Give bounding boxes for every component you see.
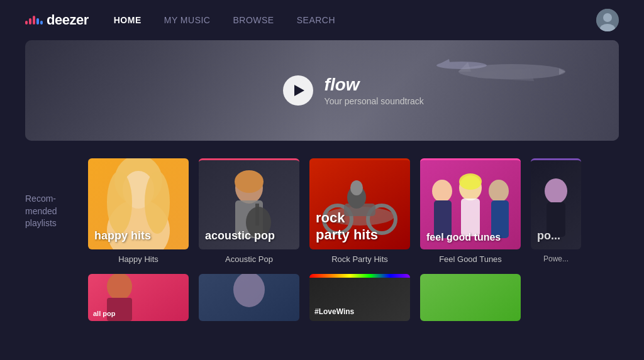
avatar[interactable]	[596, 9, 619, 31]
playlist-cover-feel-good: feel good tunes	[420, 158, 521, 249]
playlist-title-happy-hits: Happy Hits	[118, 254, 158, 264]
playlist-title-power: Powe...	[543, 254, 569, 263]
svg-marker-8	[436, 59, 450, 65]
playlist-rock-party-hits[interactable]: rockparty hits Rock Party Hits	[309, 158, 410, 264]
nav-links: HOME MY MUSIC BROWSE SEARCH	[114, 15, 596, 25]
playlist-acoustic-pop[interactable]: acoustic pop Acoustic Pop	[199, 158, 299, 264]
flow-content: flow Your personal soundtrack	[283, 75, 424, 106]
playlist-title-rock-party: Rock Party Hits	[331, 254, 388, 264]
svg-point-32	[545, 178, 567, 204]
playlists-row: happy hits Happy Hits	[88, 158, 619, 264]
hero-banner: flow Your personal soundtrack	[25, 40, 619, 141]
bottom-row: all pop #LoveWins	[0, 274, 644, 321]
playlist-feel-good[interactable]: feel good tunes Feel Good Tunes	[420, 158, 521, 264]
bottom-cover-allpop[interactable]: all pop	[88, 274, 189, 321]
svg-point-13	[145, 171, 170, 234]
svg-point-18	[235, 170, 264, 193]
bottom-cover-green[interactable]	[420, 274, 521, 321]
playlist-cover-rock-party: rockparty hits	[309, 158, 410, 249]
playlist-title-acoustic-pop: Acoustic Pop	[225, 254, 273, 264]
cover-label-rock-party: rockparty hits	[316, 210, 378, 243]
hero-decoration-2	[430, 53, 493, 78]
bottom-cover-allpop2[interactable]	[199, 274, 299, 321]
nav-home[interactable]: HOME	[114, 15, 142, 25]
svg-point-1	[603, 13, 612, 22]
playlist-power[interactable]: po... Powe...	[531, 158, 581, 264]
bottom-cover-allpop-label: all pop	[93, 310, 115, 317]
playlist-cover-acoustic-pop: acoustic pop	[199, 158, 299, 249]
play-icon	[294, 85, 304, 96]
section-label: Recom-mendedplaylists	[25, 158, 75, 230]
svg-point-30	[489, 180, 509, 202]
cover-label-happy-hits: happy hits	[94, 229, 151, 243]
svg-point-36	[233, 274, 265, 307]
svg-point-25	[432, 180, 452, 202]
flow-title: flow	[325, 75, 424, 95]
logo-icon	[25, 16, 43, 25]
nav-browse[interactable]: BROWSE	[233, 15, 274, 25]
recommended-section: Recom-mendedplaylists	[0, 158, 644, 264]
svg-point-24	[350, 180, 363, 195]
bottom-cover-lovewins[interactable]: #LoveWins	[309, 274, 410, 321]
playlist-cover-happy-hits: happy hits	[88, 158, 189, 249]
cover-label-feel-good: feel good tunes	[426, 231, 501, 243]
flow-text: flow Your personal soundtrack	[325, 75, 424, 106]
logo[interactable]: deezer	[25, 12, 89, 28]
svg-rect-28	[461, 199, 480, 236]
bottom-cover-lovewins-label: #LoveWins	[314, 307, 354, 316]
playlist-happy-hits[interactable]: happy hits Happy Hits	[88, 158, 189, 264]
cover-label-acoustic-pop: acoustic pop	[205, 229, 275, 243]
playlist-title-feel-good: Feel Good Tunes	[439, 254, 502, 264]
svg-point-12	[107, 171, 132, 234]
flow-play-button[interactable]	[283, 75, 313, 106]
nav-my-music[interactable]: MY MUSIC	[164, 15, 211, 25]
flow-subtitle: Your personal soundtrack	[325, 96, 424, 106]
avatar-image	[596, 9, 619, 31]
logo-text: deezer	[47, 12, 89, 28]
playlist-cover-power: po...	[531, 158, 581, 249]
cover-label-power: po...	[537, 229, 560, 243]
rainbow-bar	[309, 274, 410, 278]
svg-point-34	[107, 274, 132, 300]
navbar: deezer HOME MY MUSIC BROWSE SEARCH	[0, 0, 644, 40]
svg-point-29	[459, 173, 482, 190]
nav-search[interactable]: SEARCH	[297, 15, 335, 25]
svg-rect-17	[255, 204, 259, 226]
